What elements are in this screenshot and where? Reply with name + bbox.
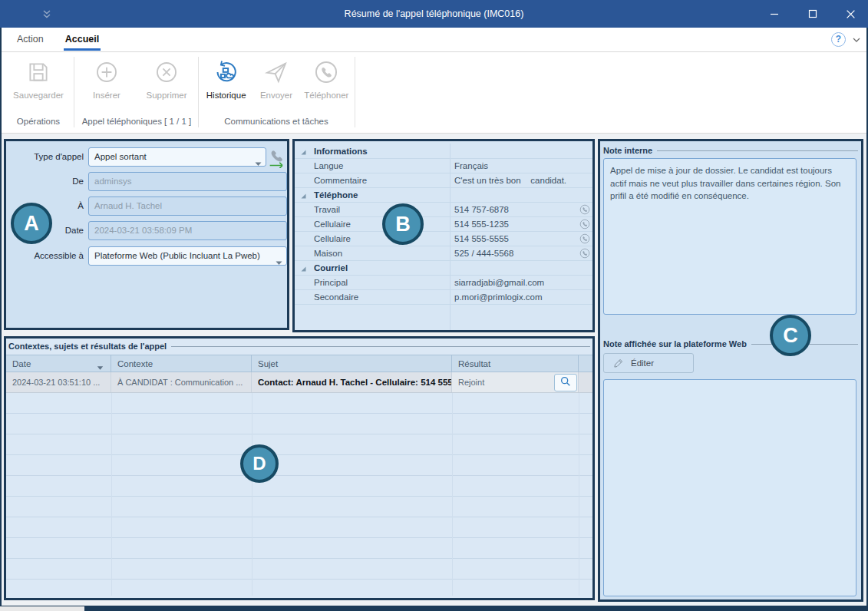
- column-header-contexte[interactable]: Contexte: [111, 355, 252, 372]
- ribbon-group-label: Opérations: [5, 114, 72, 129]
- column-header-label: Sujet: [258, 359, 278, 368]
- combo-accessible-a[interactable]: Plateforme Web (Public Incluant La Pweb): [88, 246, 287, 266]
- minimize-button[interactable]: [757, 0, 792, 28]
- call-contexts-panel: Contextes, sujets et résultats de l'appe…: [4, 336, 595, 600]
- table-header-row: DateContexteSujetRésultat: [6, 355, 592, 372]
- collapse-triangle-icon[interactable]: [300, 265, 307, 274]
- collapse-triangle-icon[interactable]: [300, 148, 307, 157]
- field-value: Arnaud H. Tachel: [94, 201, 162, 210]
- field-label: Type d'appel: [6, 147, 84, 167]
- tab-action[interactable]: Action: [15, 29, 45, 51]
- close-button[interactable]: [833, 0, 868, 28]
- help-icon[interactable]: ?: [831, 32, 846, 47]
- internal-note-textarea[interactable]: Appel de mise à jour de dossier. Le cand…: [603, 158, 856, 315]
- property-label: Principal: [314, 276, 348, 289]
- plus-circle-icon: [93, 58, 120, 86]
- ribbon-button-historique[interactable]: Historique: [201, 58, 251, 100]
- ribbon-tabs: ActionAccueil: [15, 28, 101, 51]
- property-label: Secondaire: [314, 290, 358, 304]
- group-row-informations[interactable]: Informations: [295, 144, 592, 159]
- collapse-triangle-icon[interactable]: [300, 192, 307, 201]
- chevron-down-icon: [255, 155, 262, 167]
- ribbon-button-envoyer: Envoyer: [251, 58, 301, 100]
- table-empty-area: [6, 393, 592, 596]
- property-value[interactable]: Français: [454, 159, 488, 173]
- property-label: Langue: [314, 159, 343, 173]
- field-value: Plateforme Web (Public Incluant La Pweb): [94, 251, 260, 260]
- group-row-telephone[interactable]: Téléphone: [295, 188, 592, 203]
- annotation-badge-d: D: [240, 444, 279, 483]
- column-header-label: Résultat: [458, 359, 490, 368]
- property-value[interactable]: 514 555-5555: [454, 232, 509, 246]
- input-date: 2024-03-21 03:58:09 PM: [88, 221, 287, 240]
- property-row-commentaire: CommentaireC'est un très bon candidat.: [295, 173, 592, 188]
- web-note-title: Note affichée sur la plateforme Web: [603, 339, 858, 348]
- combo-type-d-appel[interactable]: Appel sortant: [88, 147, 266, 167]
- column-header-label: Date: [12, 359, 31, 368]
- window-resize-grip[interactable]: [0, 606, 84, 611]
- property-value[interactable]: siarradjabi@gmail.com: [454, 276, 544, 289]
- title-bar: Résumé de l'appel téléphonique (IMC016): [0, 0, 868, 28]
- field-value: 2024-03-21 03:58:09 PM: [94, 226, 192, 235]
- phone-circle-icon: [312, 58, 340, 86]
- ribbon-button-label: Téléphoner: [304, 91, 348, 100]
- web-note-textarea: [603, 379, 856, 596]
- input-de: adminsys: [88, 172, 287, 191]
- ribbon-tab-row: [0, 28, 868, 52]
- ribbon-button-inserer: Insérer: [77, 58, 137, 100]
- ribbon-button-label: Envoyer: [260, 91, 292, 100]
- ribbon-button-sauvegarder: Sauvegarder: [5, 58, 72, 100]
- internal-note-title: Note interne: [603, 146, 858, 155]
- property-label: Cellulaire: [314, 232, 351, 246]
- property-row-travail: Travail514 757-6878: [295, 203, 592, 217]
- field-value: adminsys: [94, 177, 132, 186]
- pencil-icon: [613, 357, 625, 370]
- window-border-left: [0, 28, 2, 606]
- group-label: Téléphone: [314, 188, 358, 202]
- table-row[interactable]: 2024-03-21 03:51:10 ...À CANDIDAT : Comm…: [6, 372, 592, 393]
- input-a: Arnaud H. Tachel: [88, 197, 287, 216]
- property-value[interactable]: 514 555-1235: [454, 217, 509, 231]
- property-value[interactable]: C'est un très bon candidat.: [454, 173, 566, 187]
- group-row-courriel[interactable]: Courriel: [295, 261, 592, 276]
- phone-circle-icon[interactable]: [579, 218, 591, 230]
- cell-sujet: Contact: Arnaud H. Tachel - Cellulaire: …: [252, 372, 452, 392]
- history-icon: [213, 58, 240, 86]
- send-icon: [262, 58, 290, 86]
- field-row-type-d-appel: Type d'appelAppel sortant: [6, 147, 287, 167]
- edit-web-note-button[interactable]: Éditer: [603, 353, 694, 373]
- property-row-cellulaire: Cellulaire514 555-1235: [295, 217, 592, 232]
- phone-circle-icon[interactable]: [579, 203, 591, 216]
- ribbon-group-appel-telephoniques: InsérerSupprimer: [77, 58, 196, 100]
- column-header-sujet[interactable]: Sujet: [252, 355, 452, 372]
- ribbon-button-supprimer: Supprimer: [137, 58, 196, 100]
- ribbon-collapse-icon[interactable]: [852, 34, 863, 45]
- row-search-button[interactable]: [554, 374, 577, 391]
- notes-panel: Note interne Appel de mise à jour de dos…: [598, 139, 863, 602]
- ribbon-button-label: Insérer: [93, 91, 120, 100]
- ribbon-group-label: Appel téléphoniques [ 1 / 1 ]: [77, 114, 196, 129]
- column-header-resultat[interactable]: Résultat: [452, 355, 579, 372]
- magnifier-icon: [559, 375, 572, 391]
- column-header-label: Contexte: [117, 359, 153, 368]
- tab-accueil[interactable]: Accueil: [64, 29, 101, 51]
- property-value[interactable]: p.mori@primlogix.com: [454, 290, 543, 304]
- field-value: Appel sortant: [94, 152, 147, 161]
- property-label: Cellulaire: [314, 217, 351, 231]
- ribbon-group-communications: HistoriqueEnvoyerTéléphoner: [201, 58, 351, 100]
- field-row-de: Deadminsys: [6, 172, 287, 191]
- property-value[interactable]: 514 757-6878: [454, 203, 509, 216]
- ribbon-separator: [355, 57, 355, 127]
- cell-contexte: À CANDIDAT : Communication ...: [111, 372, 252, 392]
- field-label: De: [6, 172, 84, 191]
- outgoing-call-icon[interactable]: [266, 147, 288, 168]
- phone-circle-icon[interactable]: [579, 233, 591, 245]
- field-label: Accessible à: [6, 246, 84, 266]
- maximize-button[interactable]: [795, 0, 830, 28]
- property-value[interactable]: 525 / 444-5568: [454, 246, 513, 260]
- property-row-maison: Maison525 / 444-5568: [295, 246, 592, 261]
- column-header-date[interactable]: Date: [6, 355, 111, 372]
- phone-circle-icon[interactable]: [579, 247, 591, 259]
- x-circle-icon: [153, 58, 180, 86]
- ribbon-separator: [74, 57, 74, 127]
